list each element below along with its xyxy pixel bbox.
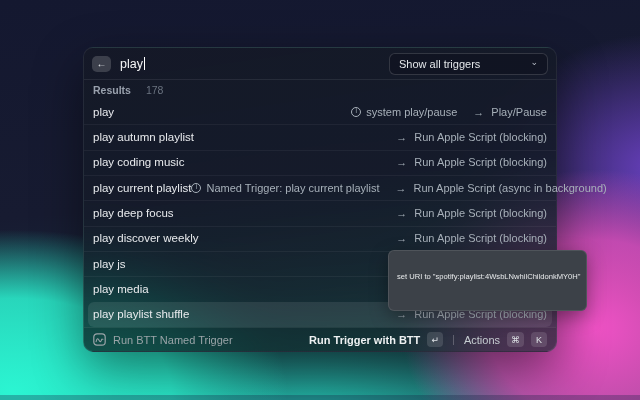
row-label: play deep focus bbox=[93, 207, 396, 219]
results-header: Results 178 bbox=[84, 80, 556, 99]
applescript-tooltip: set URI to "spotify:playlist:4WsbLNwhilC… bbox=[388, 250, 587, 311]
chevron-down-icon: ⌄ bbox=[530, 58, 538, 67]
row-action: Play/Pause bbox=[491, 106, 547, 118]
row-action: Run Apple Script (blocking) bbox=[414, 156, 547, 168]
result-row-play[interactable]: play i system play/pause → Play/Pause bbox=[84, 99, 556, 124]
row-info-text: Named Trigger: play current playlist bbox=[206, 182, 379, 194]
search-input-value: play bbox=[120, 57, 143, 71]
result-row-play-discover-weekly[interactable]: play discover weekly → Run Apple Script … bbox=[84, 226, 556, 251]
row-action: Run Apple Script (blocking) bbox=[414, 207, 547, 219]
trigger-filter-dropdown[interactable]: Show all triggers ⌄ bbox=[389, 53, 548, 75]
row-action: Run Apple Script (blocking) bbox=[414, 131, 547, 143]
result-row-play-deep-focus[interactable]: play deep focus → Run Apple Script (bloc… bbox=[84, 200, 556, 225]
row-label: play media bbox=[93, 283, 396, 295]
row-action: Run Apple Script (async in background) bbox=[413, 182, 606, 194]
footer-trigger-type-label: Run BTT Named Trigger bbox=[113, 334, 302, 346]
arrow-right-icon: → bbox=[396, 156, 407, 168]
row-label: play discover weekly bbox=[93, 232, 396, 244]
k-key-badge[interactable]: K bbox=[531, 332, 547, 347]
footer-divider: | bbox=[450, 334, 457, 345]
arrow-right-icon: → bbox=[396, 207, 407, 219]
result-row-play-autumn-playlist[interactable]: play autumn playlist → Run Apple Script … bbox=[84, 124, 556, 149]
actions-label[interactable]: Actions bbox=[464, 334, 500, 346]
result-row-play-coding-music[interactable]: play coding music → Run Apple Script (bl… bbox=[84, 150, 556, 175]
enter-key-badge[interactable]: ↵ bbox=[427, 332, 443, 347]
info-icon: i bbox=[191, 183, 201, 193]
tooltip-blank-line bbox=[397, 299, 578, 308]
arrow-right-icon: → bbox=[395, 182, 406, 194]
row-label: play playlist shuffle bbox=[93, 308, 396, 320]
search-bar: ← play Show all triggers ⌄ bbox=[84, 48, 556, 80]
back-button[interactable]: ← bbox=[92, 56, 111, 72]
arrow-right-icon: → bbox=[473, 106, 484, 118]
search-input[interactable]: play bbox=[120, 57, 380, 71]
run-trigger-label: Run Trigger with BTT bbox=[309, 334, 420, 346]
command-key-badge[interactable]: ⌘ bbox=[507, 332, 524, 347]
info-icon: i bbox=[351, 107, 361, 117]
row-info-text: system play/pause bbox=[366, 106, 457, 118]
results-label: Results bbox=[93, 84, 131, 96]
footer-bar: Run BTT Named Trigger Run Trigger with B… bbox=[84, 327, 556, 351]
row-label: play coding music bbox=[93, 156, 396, 168]
text-caret bbox=[144, 57, 145, 70]
trigger-filter-label: Show all triggers bbox=[399, 58, 480, 70]
arrow-right-icon: → bbox=[396, 232, 407, 244]
row-label: play current playlist bbox=[93, 182, 191, 194]
row-label: play bbox=[93, 106, 351, 118]
row-label: play autumn playlist bbox=[93, 131, 396, 143]
wallpaper-bottom-strip bbox=[0, 395, 640, 400]
btt-trigger-icon bbox=[93, 333, 106, 346]
back-icon: ← bbox=[97, 58, 107, 69]
tooltip-code-line: set URI to "spotify:playlist:4WsbLNwhilC… bbox=[397, 273, 578, 282]
row-action: Run Apple Script (blocking) bbox=[414, 232, 547, 244]
results-count: 178 bbox=[146, 84, 164, 96]
arrow-right-icon: → bbox=[396, 131, 407, 143]
result-row-play-current-playlist[interactable]: play current playlist i Named Trigger: p… bbox=[84, 175, 556, 200]
